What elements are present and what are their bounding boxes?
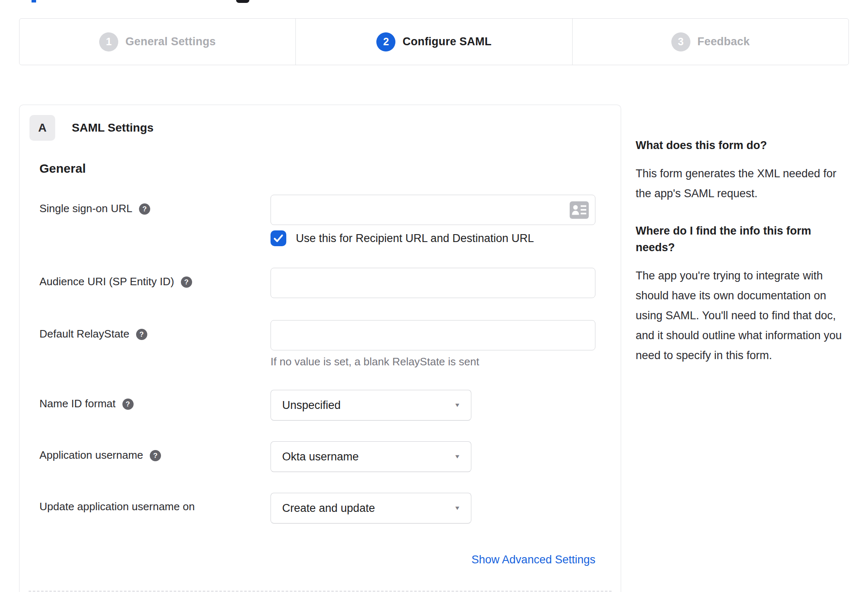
default-relaystate-label: Default RelayState (39, 328, 129, 340)
step-label: General Settings (125, 35, 216, 48)
step-label: Configure SAML (402, 35, 491, 48)
general-group-heading: General (39, 161, 621, 176)
recipient-url-checkbox-row: Use this for Recipient URL and Destinati… (271, 230, 595, 246)
step-number-badge: 3 (671, 32, 690, 51)
field-label-wrap: Audience URI (SP Entity ID) ? (39, 268, 271, 288)
name-id-format-select[interactable]: Unspecified ▼ (271, 390, 471, 421)
stepper-step-feedback[interactable]: 3 Feedback (572, 19, 848, 65)
saml-form: Single sign-on URL ? (39, 195, 621, 566)
default-relaystate-input[interactable] (271, 320, 595, 350)
single-sign-on-url-label: Single sign-on URL (39, 202, 132, 215)
help-sidebar: What does this form do? This form genera… (636, 105, 849, 384)
single-sign-on-url-input-wrap (271, 195, 595, 225)
field-label-wrap: Update application username on (39, 493, 271, 513)
recipient-url-checkbox[interactable] (271, 230, 286, 246)
field-control: If no value is set, a blank RelayState i… (271, 320, 595, 368)
advanced-settings-row: Show Advanced Settings (39, 553, 595, 566)
saml-settings-header: A SAML Settings (29, 115, 621, 141)
help-icon[interactable]: ? (150, 450, 161, 461)
field-row-application-username: Application username ? Okta username ▼ (39, 441, 621, 472)
field-row-name-id-format: Name ID format ? Unspecified ▼ (39, 390, 621, 421)
saml-settings-card: A SAML Settings General Single sign-on U… (19, 105, 621, 592)
stepper-step-general-settings[interactable]: 1 General Settings (20, 19, 295, 65)
field-control: Create and update ▼ (271, 493, 471, 524)
field-label-wrap: Default RelayState ? (39, 320, 271, 340)
recipient-url-checkbox-label: Use this for Recipient URL and Destinati… (296, 232, 534, 245)
wizard-stepper: 1 General Settings 2 Configure SAML 3 Fe… (19, 18, 849, 65)
help-icon[interactable]: ? (122, 399, 134, 410)
select-value: Okta username (282, 450, 359, 463)
step-number-badge: 2 (376, 32, 395, 51)
audience-uri-label: Audience URI (SP Entity ID) (39, 275, 174, 288)
step-number-badge: 1 (99, 32, 118, 51)
chevron-down-icon: ▼ (454, 454, 461, 460)
stepper-step-configure-saml[interactable]: 2 Configure SAML (295, 19, 572, 65)
main-content: A SAML Settings General Single sign-on U… (19, 105, 849, 592)
field-control (271, 268, 595, 298)
sidebar-question-2-body: The app you're trying to integrate with … (636, 266, 849, 365)
field-row-audience-uri: Audience URI (SP Entity ID) ? (39, 268, 621, 298)
single-sign-on-url-input[interactable] (271, 195, 595, 225)
chevron-down-icon: ▼ (454, 505, 461, 511)
help-icon[interactable]: ? (181, 276, 192, 288)
step-label: Feedback (697, 35, 750, 48)
section-dashed-divider (29, 591, 612, 592)
select-value: Unspecified (282, 399, 341, 412)
section-title: SAML Settings (72, 121, 154, 135)
application-username-label: Application username (39, 449, 143, 462)
show-advanced-settings-link[interactable]: Show Advanced Settings (471, 553, 595, 566)
field-label-wrap: Application username ? (39, 441, 271, 462)
select-value: Create and update (282, 502, 375, 515)
cutoff-icon-fragment (236, 0, 249, 3)
update-application-username-select[interactable]: Create and update ▼ (271, 493, 471, 524)
field-control: Okta username ▼ (271, 441, 471, 472)
section-a-badge: A (29, 115, 55, 141)
cutoff-app-title-fragment (32, 0, 36, 2)
chevron-down-icon: ▼ (454, 402, 461, 409)
update-application-username-label: Update application username on (39, 500, 195, 513)
audience-uri-input[interactable] (271, 268, 595, 298)
field-control: Unspecified ▼ (271, 390, 471, 421)
field-row-update-application-username: Update application username on Create an… (39, 493, 621, 524)
field-row-single-sign-on-url: Single sign-on URL ? (39, 195, 621, 246)
relaystate-helper-text: If no value is set, a blank RelayState i… (271, 355, 595, 368)
name-id-format-label: Name ID format (39, 397, 116, 410)
contact-card-icon[interactable] (570, 201, 589, 219)
sidebar-question-1-body: This form generates the XML needed for t… (636, 164, 849, 203)
field-row-default-relaystate: Default RelayState ? If no value is set,… (39, 320, 621, 368)
help-icon[interactable]: ? (139, 203, 150, 215)
field-control: Use this for Recipient URL and Destinati… (271, 195, 595, 246)
sidebar-question-2-title: Where do I find the info this form needs… (636, 223, 849, 256)
field-label-wrap: Name ID format ? (39, 390, 271, 410)
sidebar-question-1-title: What does this form do? (636, 137, 849, 154)
field-label-wrap: Single sign-on URL ? (39, 195, 271, 215)
help-icon[interactable]: ? (136, 329, 147, 340)
application-username-select[interactable]: Okta username ▼ (271, 441, 471, 472)
